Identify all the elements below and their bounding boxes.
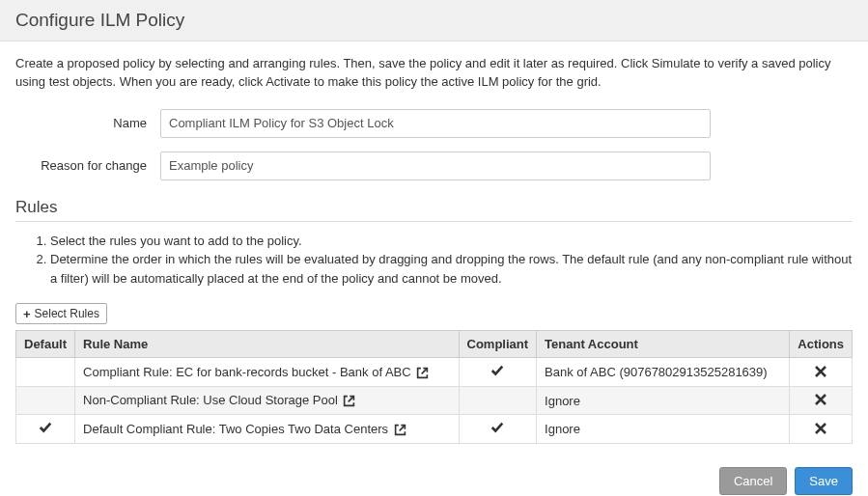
remove-icon[interactable] <box>815 366 826 380</box>
table-row[interactable]: Compliant Rule: EC for bank-records buck… <box>16 358 853 387</box>
reason-input[interactable] <box>160 152 711 180</box>
reason-row: Reason for change <box>15 152 853 180</box>
check-icon <box>39 421 52 437</box>
rule-name-text: Non-Compliant Rule: Use Cloud Storage Po… <box>83 393 338 407</box>
plus-icon: + <box>23 308 31 320</box>
table-row[interactable]: Non-Compliant Rule: Use Cloud Storage Po… <box>16 387 853 415</box>
cancel-button[interactable]: Cancel <box>719 467 787 495</box>
check-icon <box>490 364 504 380</box>
cell-rule-name: Non-Compliant Rule: Use Cloud Storage Po… <box>75 387 459 415</box>
cell-tenant: Ignore <box>537 415 790 444</box>
rules-section-title: Rules <box>15 198 853 217</box>
external-link-icon[interactable] <box>341 394 355 408</box>
remove-icon[interactable] <box>815 394 826 408</box>
select-rules-label: Select Rules <box>35 307 99 320</box>
col-compliant: Compliant <box>459 331 537 358</box>
table-row[interactable]: Default Compliant Rule: Two Copies Two D… <box>16 415 853 444</box>
rule-name-text: Default Compliant Rule: Two Copies Two D… <box>83 422 388 436</box>
col-actions: Actions <box>790 331 853 358</box>
cell-actions <box>790 358 853 387</box>
rules-table: Default Rule Name Compliant Tenant Accou… <box>15 330 853 444</box>
cell-compliant <box>459 387 537 415</box>
dialog-footer: Cancel Save <box>0 454 868 496</box>
reason-label: Reason for change <box>15 158 160 173</box>
rules-instructions: Select the rules you want to add to the … <box>15 232 853 289</box>
page-title: Configure ILM Policy <box>15 10 853 31</box>
check-icon <box>490 421 504 437</box>
col-default: Default <box>16 331 75 358</box>
external-link-icon[interactable] <box>414 366 429 380</box>
save-button[interactable]: Save <box>795 467 853 495</box>
col-tenant: Tenant Account <box>537 331 790 358</box>
cell-compliant <box>459 358 537 387</box>
cell-default <box>16 358 75 387</box>
dialog-header: Configure ILM Policy <box>0 0 868 41</box>
dialog-body: Create a proposed policy by selecting an… <box>0 41 868 454</box>
col-rule-name: Rule Name <box>75 331 459 358</box>
name-input[interactable] <box>160 109 711 138</box>
table-header-row: Default Rule Name Compliant Tenant Accou… <box>16 331 853 358</box>
cell-compliant <box>459 415 537 444</box>
external-link-icon[interactable] <box>392 423 406 437</box>
cell-tenant: Ignore <box>537 387 790 415</box>
name-row: Name <box>15 109 853 138</box>
cell-default <box>16 387 75 415</box>
cell-actions <box>790 387 853 415</box>
remove-icon[interactable] <box>815 423 826 437</box>
instruction-item: Determine the order in which the rules w… <box>50 250 853 288</box>
lead-text: Create a proposed policy by selecting an… <box>15 55 853 92</box>
cell-tenant: Bank of ABC (90767802913525281639) <box>537 358 790 387</box>
cell-rule-name: Compliant Rule: EC for bank-records buck… <box>75 358 459 387</box>
select-rules-button[interactable]: + Select Rules <box>15 303 107 324</box>
rule-name-text: Compliant Rule: EC for bank-records buck… <box>83 365 411 379</box>
divider <box>15 221 853 222</box>
instruction-item: Select the rules you want to add to the … <box>50 232 853 251</box>
cell-actions <box>790 415 853 444</box>
cell-rule-name: Default Compliant Rule: Two Copies Two D… <box>75 415 459 444</box>
cell-default <box>16 415 75 444</box>
name-label: Name <box>15 116 160 130</box>
